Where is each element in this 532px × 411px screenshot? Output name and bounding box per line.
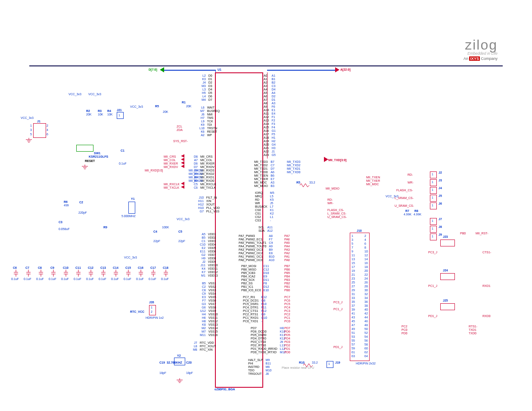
j10-pin-28: 28 (364, 285, 368, 288)
cap-icon (151, 270, 156, 277)
j10-pin-3: 3 (352, 238, 353, 242)
sw1-ref: SW1 (94, 152, 100, 155)
j25-body (440, 303, 455, 310)
svg-marker-13 (181, 165, 184, 168)
j10-pin-1: 1 (352, 234, 353, 238)
j19-pin1: 1 (328, 362, 330, 366)
mii-arrows-left-icon (181, 154, 185, 189)
net-PC3: PC3 (284, 309, 290, 313)
dbus-drop (215, 70, 216, 72)
sw1-part: KSR211GLFS (89, 155, 108, 159)
decouple-row: C60.1uFC70.1uFC80.1uFC90.1uFC100.1uFC110… (13, 266, 177, 283)
lsram-port: L_SRAM_CS- (395, 196, 414, 200)
j1-p5: 5 (30, 133, 32, 136)
pd0-net: PD0 (401, 332, 408, 335)
u1-i2c-pins: SCLA11SDAA12 (258, 226, 273, 233)
j23-ref: J23 (443, 235, 448, 239)
net-PA2: PA2 (284, 252, 290, 255)
j10-pin-37: 37 (352, 304, 355, 308)
mii-txd-bus: MII_TXD[3:0] (328, 159, 346, 162)
net-PD7: PD7 (284, 327, 290, 330)
c2-ref: C2 (79, 201, 83, 204)
mii-txd2: MII_TXD2 (287, 164, 301, 167)
cap-icon (101, 270, 106, 277)
addr-drop (267, 72, 268, 159)
j10-pin-56: 56 (364, 339, 368, 342)
j10-pin-26: 26 (364, 281, 368, 284)
vcc-label-2: VCC_3v3 (88, 93, 101, 96)
mii-txd-arrow-icon (324, 157, 329, 162)
u1-part: eZ80F91_BGA (215, 388, 235, 391)
cap-icon (76, 270, 81, 277)
c4-val: 22pF (153, 240, 160, 243)
r6-ref: R6 (64, 200, 68, 204)
r6-val: 499 (64, 204, 69, 207)
r1-ref: R1 (182, 101, 186, 104)
j10-pin-33: 33 (352, 296, 355, 300)
c1-ref: C1 (121, 149, 124, 153)
j21-ref: J21 (117, 109, 122, 112)
u1-pb-pins: PB7_MOSIC11PB6_MISOC12PB5_ICB3D10PB4_ICA… (241, 265, 269, 292)
j8-ref: J8 (439, 225, 442, 229)
flash-net: FLASH_CS- (327, 209, 344, 212)
j10-pin-16: 16 (364, 262, 368, 265)
net-PA5: PA5 (284, 241, 290, 245)
j8-pin1: 1 (432, 227, 433, 230)
j21-pin1: 1 (118, 114, 120, 117)
j10-pin-61: 61 (352, 351, 355, 354)
net-PC7: PC7 (284, 296, 290, 299)
mii-rxd2: MII_RXD2 (189, 172, 202, 176)
net-PD3: PD3 (284, 340, 290, 344)
j26-body (149, 305, 156, 315)
j24-ref: J24 (443, 269, 448, 272)
j10-pin-38: 38 (364, 304, 368, 308)
miirst-net: MII_RST- (476, 232, 488, 235)
j3-body (430, 179, 437, 186)
databus-wire (164, 70, 215, 71)
cap-C16: C16 (138, 266, 143, 270)
j10-pin-54: 54 (364, 335, 368, 339)
j10-pin-29: 29 (352, 289, 355, 292)
sysrst-net: SYS_RST- (173, 140, 188, 143)
cap-icon (14, 270, 18, 277)
j10-pin-52: 52 (364, 331, 368, 335)
j10-pin-46: 46 (364, 320, 368, 323)
net-PA4: PA4 (284, 245, 290, 248)
j10-pin-36: 36 (364, 300, 368, 304)
j10-pin-42: 42 (364, 312, 368, 315)
net-PA1: PA1 (284, 255, 290, 258)
cap-icon (39, 270, 43, 277)
j6-ref: J6 (439, 202, 442, 206)
cap-val-C6: 0.1uF (11, 277, 19, 281)
rxd0-net: RXD0 (482, 314, 491, 318)
j10-pin-34: 34 (364, 296, 368, 300)
j2-body (430, 171, 437, 178)
u1-addr-pins: A0A1A1B1A2B2A3C3A4D4A5A4A6D2A7D1A8A3A9F6… (264, 74, 276, 157)
vcc-label-3: VCC_3v3 (130, 105, 143, 109)
mii-txen: MII_TXEN (366, 176, 380, 179)
mii-rxd1: MII_RXD1 (189, 176, 202, 179)
u1-misc-pins: HALT_SLPM9PHIB11INSTRDM6TDOM10TRIGOUTJ8 (248, 358, 271, 376)
cap-icon (114, 270, 118, 277)
cap-C18: C18 (163, 266, 168, 270)
u1-pa-pins: PA7_PWM3A8PA6_PWM2_EC1F7PA5_PWM1_TOUT1C9… (239, 234, 274, 262)
databus-label: D[7:0] (149, 68, 157, 72)
j4-pin1: 1 (432, 188, 433, 192)
net-PD1: PD1 (284, 347, 290, 351)
net-PB6: PB6 (284, 268, 290, 271)
vcc-label-6: VCC_3v3 (177, 218, 190, 221)
pc1j-j10: PC1_J (333, 308, 342, 311)
brand-company: An IXYS Company (464, 56, 498, 61)
databus-arrow-icon (160, 67, 165, 72)
pb0-net: PB0 (460, 232, 466, 235)
j10-pin-57: 57 (352, 343, 355, 346)
j8-body (430, 226, 437, 233)
vcc-label-1: VCC_3v3 (68, 93, 81, 96)
mii-col: MII_COL (164, 159, 176, 162)
u1-miitx-pins: MII_TXD3B7MII_TXD2C7MII_TXD1D7MII_TXD0A6… (254, 160, 274, 188)
j10-pin-30: 30 (364, 289, 368, 292)
j10-pin-9: 9 (352, 250, 353, 253)
j10-pin-45: 45 (352, 320, 355, 323)
j5-pin1: 1 (432, 196, 433, 199)
pc1j-net: PC1_J (428, 284, 437, 288)
